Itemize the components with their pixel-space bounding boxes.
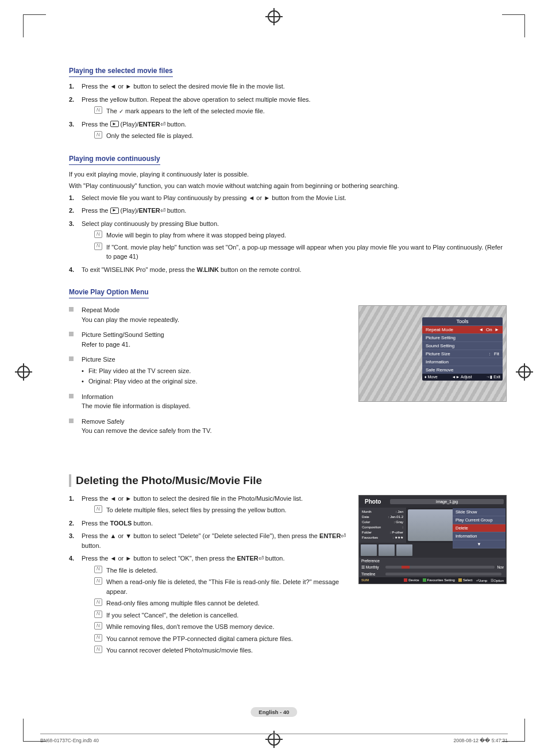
note-text: To delete multiple files, select files b… — [106, 505, 287, 515]
option-desc: Refer to page 41. — [82, 341, 130, 348]
photo-footer: SUM Device Favourites Setting Select ⏎Ju… — [359, 577, 506, 584]
photo-filename: image_1.jpg — [390, 499, 504, 504]
tools-row-picture-size: Picture Size: Fit — [422, 350, 503, 358]
tools-row-repeat-mode: Repeat Mode◄ On ► — [422, 325, 503, 333]
enter-icon: ⏎ — [341, 531, 346, 541]
option-repeat-mode: Repeat Mode You can play the movie repea… — [69, 305, 347, 324]
step-text: Select movie file you want to Play conti… — [82, 194, 346, 201]
note-text: Movie will begin to play from where it w… — [106, 231, 286, 240]
section-title-playing-selected: Playing the selected movie files — [69, 67, 173, 77]
step-text: Press the TOOLS button. — [82, 520, 153, 527]
check-icon: ✓ — [119, 108, 124, 114]
step-text: Press the ▲ or ▼ button to select "Delet… — [82, 532, 346, 549]
photo-context-menu: Slide Show Play Current Group Delete Inf… — [453, 508, 505, 548]
menu-play-current-group: Play Current Group — [453, 516, 505, 524]
square-bullet-icon — [69, 394, 74, 398]
photo-meta: Month: Jan Date: Jan.01.2 Color: Gray Co… — [359, 508, 406, 543]
step-3: 3.Select play continuously by pressing B… — [69, 219, 508, 262]
note-text: The ✓ mark appears to the left of the se… — [106, 106, 265, 116]
note-text: If "Cont. movie play help" function was … — [106, 243, 508, 262]
step-text: Select play continuously by pressing Blu… — [82, 220, 219, 227]
step-3: 3. Press the ► (Play)/ENTER⏎ button. NOn… — [69, 120, 508, 141]
photo-title: Photo — [361, 497, 384, 506]
paragraph: With "Play continuously" function, you c… — [69, 181, 508, 191]
play-icon: ► — [110, 121, 119, 127]
note-icon: N — [94, 243, 102, 250]
tools-menu-screenshot: Tools Repeat Mode◄ On ► Picture Setting … — [358, 305, 507, 402]
registration-mark — [17, 366, 30, 378]
option-information: Information The movie file information i… — [69, 392, 347, 411]
option-title: Information — [82, 393, 113, 400]
step-text: Press the ◄ or ► button to select "OK", … — [82, 555, 284, 562]
tools-row-picture-setting: Picture Setting — [422, 333, 503, 341]
option-picture-sound-setting: Picture Setting/Sound Setting Refer to p… — [69, 330, 347, 349]
menu-delete: Delete — [453, 524, 505, 532]
menu-information: Information — [453, 532, 505, 540]
heading-deleting-file: Deleting the Photo/Music/Movie File — [69, 474, 508, 487]
footer-divider — [40, 734, 508, 734]
note-icon: N — [94, 566, 102, 573]
square-bullet-icon — [69, 332, 74, 336]
note-icon: N — [94, 505, 102, 513]
note-icon: N — [94, 598, 102, 606]
option-sub: Fit: Play video at the TV screen size. — [82, 366, 347, 376]
note-icon: N — [94, 577, 102, 585]
tools-row-safe-remove: Safe Remove — [422, 366, 503, 374]
step-3: 3. Press the ▲ or ▼ button to select "De… — [69, 531, 347, 550]
enter-icon: ⏎ — [258, 554, 264, 563]
registration-mark — [518, 366, 531, 378]
menu-slide-show: Slide Show — [453, 508, 505, 516]
option-title: Remove Safely — [82, 418, 125, 425]
option-desc: The movie file information is displayed. — [82, 402, 191, 409]
option-picture-size: Picture Size Fit: Play video at the TV s… — [69, 355, 347, 386]
note-text: While removing files, don't remove the U… — [106, 622, 275, 632]
note-icon: N — [94, 646, 102, 653]
step-4: 4. Press the ◄ or ► button to select "OK… — [69, 554, 347, 655]
step-1: 1.Press the ◄ or ► button to select the … — [69, 494, 347, 515]
footer-file-info: BN68-01737C-Eng.indb 40 — [40, 738, 99, 743]
note-text: Only the selected file is played. — [106, 131, 194, 141]
note-icon: N — [94, 611, 102, 618]
step-2: 2. Press the ► (Play)/ENTER⏎ button. — [69, 206, 508, 216]
option-title: Picture Size — [82, 356, 115, 363]
page-number: English - 40 — [250, 707, 297, 717]
note-text: You cannot remove the PTP-connected digi… — [106, 634, 293, 644]
option-title: Picture Setting/Sound Setting — [82, 331, 164, 338]
step-text: Press the ► (Play)/ENTER⏎ button. — [82, 207, 186, 214]
step-2: 2. Press the TOOLS button. — [69, 519, 347, 528]
photo-menu-screenshot: Photo image_1.jpg Month: Jan Date: Jan.0… — [358, 495, 507, 584]
note-text: The file is deleted. — [106, 566, 157, 575]
play-icon: ► — [110, 208, 119, 214]
step-text: Press the ► (Play)/ENTER⏎ button. — [82, 121, 186, 128]
step-text: Press the ◄ or ► button to select the de… — [82, 495, 303, 502]
tools-row-sound-setting: Sound Setting — [422, 341, 503, 350]
step-2: 2.Press the yellow button. Repeat the ab… — [69, 95, 508, 116]
step-text: Press the ◄ or ► button to select the de… — [82, 83, 285, 90]
tools-footer: ♦ Move ◄► Adjust →▮ Exit — [422, 374, 503, 381]
option-desc: You can play the movie repeatedly. — [82, 316, 179, 323]
note-icon: N — [94, 106, 102, 114]
square-bullet-icon — [69, 307, 74, 312]
section-title-playing-continuously: Playing movie continuously — [69, 155, 160, 165]
square-bullet-icon — [69, 356, 74, 361]
square-bullet-icon — [69, 419, 74, 423]
footer-timestamp: 2008-08-12 �� 5:47:31 — [453, 738, 508, 743]
option-title: Repeat Mode — [82, 306, 119, 313]
crop-mark — [502, 14, 525, 37]
note-text: When a read-only file is deleted, the "T… — [106, 577, 347, 596]
enter-icon: ⏎ — [160, 206, 165, 216]
step-1: 1.Press the ◄ or ► button to select the … — [69, 82, 508, 91]
note-icon: N — [94, 231, 102, 238]
option-remove-safely: Remove Safely You can remove the device … — [69, 417, 347, 436]
tools-row-information: Information — [422, 358, 503, 366]
note-icon: N — [94, 131, 102, 139]
preference-row: Preference — [359, 558, 506, 564]
note-icon: N — [94, 634, 102, 642]
monthly-row: ☰ Monthly Nov — [359, 564, 506, 571]
registration-mark — [268, 10, 280, 23]
section-title-movie-play-option: Movie Play Option Menu — [69, 288, 149, 298]
note-text: If you select "Cancel", the deletion is … — [106, 611, 238, 620]
note-text: You cannot recover deleted Photo/music/m… — [106, 646, 253, 655]
step-4: 4. To exit "WISELINK Pro" mode, press th… — [69, 265, 508, 275]
tools-header: Tools — [422, 317, 503, 325]
